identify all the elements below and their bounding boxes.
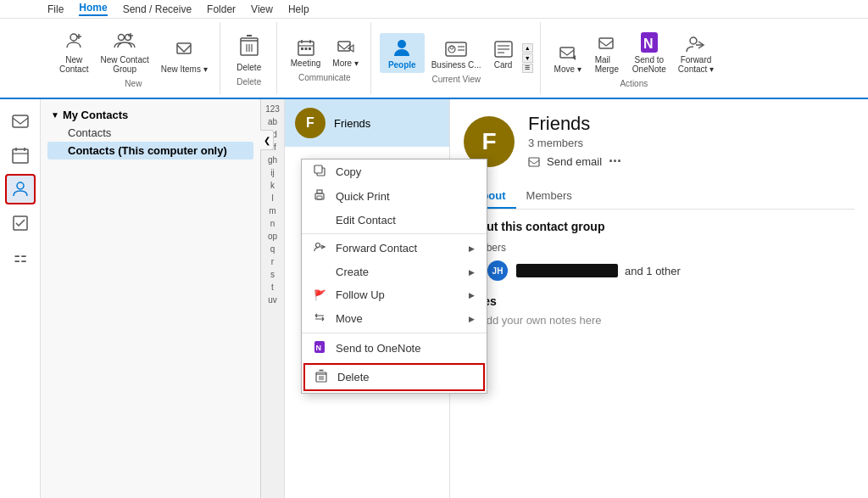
copy-icon bbox=[314, 165, 327, 179]
send-email-link[interactable]: Send email bbox=[547, 155, 602, 168]
alpha-s[interactable]: s bbox=[270, 268, 275, 281]
ribbon-view-scroll[interactable]: ▲ ▼ ☰ bbox=[522, 43, 533, 73]
svg-point-36 bbox=[690, 37, 697, 44]
alpha-m[interactable]: m bbox=[269, 204, 275, 217]
svg-rect-49 bbox=[317, 196, 322, 199]
menu-folder[interactable]: Folder bbox=[207, 3, 236, 15]
about-section: About this contact group Members C JH an… bbox=[464, 220, 854, 327]
menu-file[interactable]: File bbox=[47, 3, 64, 15]
sidebar-item-contacts[interactable]: Contacts bbox=[47, 124, 253, 142]
svg-rect-18 bbox=[301, 48, 303, 50]
delete-ctx-icon bbox=[315, 369, 329, 385]
ctx-move[interactable]: Move ▶ bbox=[302, 306, 487, 331]
ctx-follow-up[interactable]: 🚩 Follow Up ▶ bbox=[302, 283, 487, 306]
nav-apps[interactable]: ⚏ bbox=[5, 242, 36, 272]
detail-header: F Friends 3 members Send email ··· bbox=[464, 113, 854, 171]
alpha-q[interactable]: q bbox=[270, 243, 275, 255]
meeting-button[interactable]: Meeting bbox=[286, 35, 326, 71]
tab-members[interactable]: Members bbox=[516, 184, 582, 209]
alpha-t[interactable]: t bbox=[271, 281, 274, 294]
sidebar-item-contacts-computer[interactable]: Contacts (This computer only) bbox=[47, 142, 253, 159]
card-view-button[interactable]: Card bbox=[488, 36, 519, 73]
alpha-uv[interactable]: uv bbox=[268, 294, 277, 306]
ribbon-delete-group-label: Delete bbox=[236, 77, 261, 87]
forward-contact-button[interactable]: ForwardContact ▾ bbox=[673, 31, 719, 77]
ctx-quick-print[interactable]: Quick Print bbox=[302, 184, 487, 209]
new-contact-button[interactable]: NewContact bbox=[54, 28, 93, 77]
ctx-forward-contact[interactable]: Forward Contact ▶ bbox=[302, 236, 487, 260]
new-contact-label: NewContact bbox=[59, 55, 88, 74]
people-view-button[interactable]: People bbox=[380, 33, 425, 73]
my-contacts-header[interactable]: ▼ My Contacts bbox=[47, 106, 253, 124]
print-icon bbox=[314, 189, 327, 204]
delete-label: Delete bbox=[236, 63, 261, 72]
notes-input-area[interactable]: ✏ Add your own notes here bbox=[464, 313, 854, 327]
nav-mail[interactable] bbox=[5, 106, 36, 137]
ctx-send-to-onenote[interactable]: N Send to OneNote bbox=[302, 335, 487, 361]
sidebar-collapse-button[interactable]: ❮ bbox=[260, 130, 274, 150]
alpha-op[interactable]: op bbox=[268, 230, 277, 243]
svg-rect-32 bbox=[560, 48, 574, 58]
ribbon-group-new: NewContact bbox=[47, 22, 220, 94]
people-view-label: People bbox=[388, 60, 416, 70]
svg-text:N: N bbox=[316, 344, 322, 352]
ctx-create[interactable]: Create ▶ bbox=[302, 260, 487, 283]
nav-calendar[interactable] bbox=[5, 140, 36, 171]
detail-tabs: About Members bbox=[464, 184, 854, 210]
mail-merge-button[interactable]: MailMerge bbox=[588, 31, 626, 77]
alpha-k[interactable]: k bbox=[270, 179, 275, 192]
business-card-label: Business C... bbox=[431, 60, 481, 70]
svg-rect-39 bbox=[13, 149, 28, 163]
alpha-ij[interactable]: ij bbox=[270, 166, 274, 179]
move-button[interactable]: Move ▾ bbox=[549, 41, 587, 77]
create-arrow-icon: ▶ bbox=[469, 268, 475, 277]
nav-people[interactable] bbox=[5, 174, 36, 204]
ctx-create-label: Create bbox=[336, 266, 369, 278]
menu-help[interactable]: Help bbox=[288, 3, 309, 15]
alpha-r[interactable]: r bbox=[271, 255, 274, 268]
svg-rect-20 bbox=[309, 48, 311, 50]
alpha-gh[interactable]: gh bbox=[268, 154, 277, 166]
new-items-button[interactable]: New Items ▾ bbox=[156, 37, 213, 77]
ctx-copy[interactable]: Copy bbox=[302, 159, 487, 184]
svg-rect-46 bbox=[314, 165, 322, 173]
alpha-l[interactable]: l bbox=[271, 192, 273, 204]
move-arrow-icon: ▶ bbox=[469, 315, 475, 323]
forward-contact-label: ForwardContact ▾ bbox=[678, 55, 714, 74]
card-view-label: Card bbox=[494, 60, 513, 70]
svg-rect-33 bbox=[599, 38, 613, 48]
more-button[interactable]: More ▾ bbox=[327, 35, 364, 71]
alpha-ab[interactable]: ab bbox=[268, 115, 277, 128]
delete-button[interactable]: Delete bbox=[231, 31, 268, 76]
detail-name: Friends bbox=[528, 113, 621, 135]
more-actions-button[interactable]: ··· bbox=[609, 153, 621, 171]
ctx-forward-contact-label: Forward Contact bbox=[336, 242, 417, 255]
nav-tasks[interactable] bbox=[5, 208, 36, 238]
onenote-ctx-icon: N bbox=[314, 340, 327, 356]
contact-item-friends[interactable]: F Friends bbox=[285, 99, 449, 147]
business-card-button[interactable]: Business C... bbox=[426, 36, 487, 73]
alpha-n[interactable]: n bbox=[270, 217, 275, 230]
alpha-123[interactable]: 123 bbox=[265, 103, 280, 115]
ctx-delete[interactable]: Delete bbox=[303, 363, 485, 391]
ribbon-communicate-group-label: Communicate bbox=[298, 73, 351, 82]
ctx-edit-contact[interactable]: Edit Contact bbox=[302, 209, 487, 232]
menu-view[interactable]: View bbox=[251, 3, 273, 15]
svg-point-50 bbox=[316, 243, 320, 248]
menu-send-receive[interactable]: Send / Receive bbox=[123, 3, 192, 15]
notes-placeholder: Add your own notes here bbox=[479, 314, 602, 327]
new-contact-group-button[interactable]: New ContactGroup bbox=[95, 28, 153, 77]
sidebar: ❮ ▼ My Contacts Contacts Contacts (This … bbox=[41, 99, 261, 498]
forward-contact-ctx-icon bbox=[314, 241, 327, 255]
svg-rect-19 bbox=[304, 48, 307, 50]
context-menu: Copy Quick Print Edit Contact Forward C bbox=[301, 159, 487, 394]
menu-home[interactable]: Home bbox=[79, 2, 107, 16]
about-section-title: About this contact group bbox=[464, 220, 854, 233]
notes-section: Notes ✏ Add your own notes here bbox=[464, 294, 854, 327]
ctx-move-label: Move bbox=[336, 312, 363, 325]
ribbon-group-current-view: People Business C... bbox=[373, 22, 541, 94]
ribbon-new-group-label: New bbox=[125, 79, 142, 88]
ctx-quick-print-label: Quick Print bbox=[336, 190, 390, 203]
send-to-onenote-ribbon-button[interactable]: N Send toOneNote bbox=[627, 28, 671, 77]
meeting-label: Meeting bbox=[291, 59, 321, 68]
